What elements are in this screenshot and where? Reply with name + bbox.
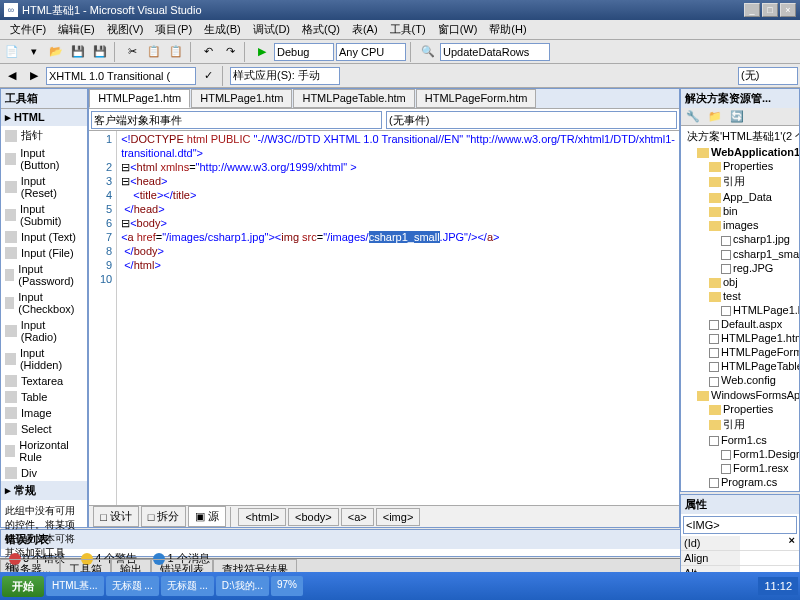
tree-node[interactable]: csharp1.jpg (683, 232, 797, 246)
object-combo[interactable]: 客户端对象和事件 (91, 111, 382, 129)
solution-tree[interactable]: 决方案'HTML基础1'(2 个项目) WebApplication1Prope… (681, 126, 799, 491)
tree-node[interactable]: Form1.cs (683, 433, 797, 447)
document-tab[interactable]: HTMLPage1.htm (191, 89, 292, 108)
tree-node[interactable]: Form1.Designer.cs (683, 447, 797, 461)
toolbox-item[interactable]: Image (1, 405, 87, 421)
menu-item[interactable]: 文件(F) (4, 20, 52, 39)
taskbar-task[interactable]: 97% (271, 576, 303, 596)
font-combo[interactable]: (无) (738, 67, 798, 85)
toolbox-group[interactable]: ▸ HTML (1, 109, 87, 126)
menu-item[interactable]: 格式(Q) (296, 20, 346, 39)
copy-icon[interactable]: 📋 (144, 42, 164, 62)
toolbox-item[interactable]: 指针 (1, 126, 87, 145)
minimize-button[interactable]: _ (744, 3, 760, 17)
taskbar-task[interactable]: 无标题 ... (161, 576, 214, 596)
menu-item[interactable]: 生成(B) (198, 20, 247, 39)
platform-combo[interactable]: Any CPU (336, 43, 406, 61)
source-tab[interactable]: ▣ 源 (188, 506, 226, 527)
redo-icon[interactable]: ↷ (220, 42, 240, 62)
close-pane-icon[interactable]: × (789, 534, 795, 546)
toolbox-item[interactable]: Textarea (1, 373, 87, 389)
properties-object-combo[interactable]: <IMG> (683, 516, 797, 534)
menu-item[interactable]: 调试(D) (247, 20, 296, 39)
system-tray[interactable]: 11:12 (758, 577, 798, 595)
toolbox-item[interactable]: Input (Checkbox) (1, 289, 87, 317)
tree-node[interactable]: WindowsFormsApplication1 (683, 388, 797, 402)
tree-node[interactable]: Form1.resx (683, 461, 797, 475)
document-tab[interactable]: HTMLPageTable.htm (293, 89, 414, 108)
taskbar-task[interactable]: D:\我的... (216, 576, 269, 596)
nav-fwd-icon[interactable]: ▶ (24, 66, 44, 86)
save-all-icon[interactable]: 💾 (90, 42, 110, 62)
find-icon[interactable]: 🔍 (418, 42, 438, 62)
split-tab[interactable]: □ 拆分 (141, 506, 187, 527)
tree-node[interactable]: Web.config (683, 373, 797, 387)
validate-icon[interactable]: ✓ (198, 66, 218, 86)
tree-node[interactable]: Properties (683, 159, 797, 173)
toolbox-group[interactable]: ▸ 常规 (1, 481, 87, 500)
save-icon[interactable]: 💾 (68, 42, 88, 62)
cut-icon[interactable]: ✂ (122, 42, 142, 62)
tree-node[interactable]: Default.aspx (683, 317, 797, 331)
menu-item[interactable]: 视图(V) (101, 20, 150, 39)
tree-node[interactable]: reg.JPG (683, 261, 797, 275)
tree-node[interactable]: obj (683, 275, 797, 289)
taskbar-task[interactable]: HTML基... (46, 576, 104, 596)
document-tab[interactable]: HTMLPageForm.htm (416, 89, 537, 108)
tree-node[interactable]: test (683, 289, 797, 303)
add-item-icon[interactable]: ▾ (24, 42, 44, 62)
tree-node[interactable]: App_Data (683, 190, 797, 204)
nav-back-icon[interactable]: ◀ (2, 66, 22, 86)
menu-item[interactable]: 表(A) (346, 20, 384, 39)
tree-node[interactable]: HTMLPage1.htm (683, 331, 797, 345)
start-debug-icon[interactable]: ▶ (252, 42, 272, 62)
menu-item[interactable]: 工具(T) (384, 20, 432, 39)
toolbox-item[interactable]: Input (Text) (1, 229, 87, 245)
property-row[interactable]: Align (681, 551, 799, 566)
menu-item[interactable]: 帮助(H) (483, 20, 532, 39)
toolbox-item[interactable]: Div (1, 465, 87, 481)
toolbox-item[interactable]: Input (Hidden) (1, 345, 87, 373)
undo-icon[interactable]: ↶ (198, 42, 218, 62)
paste-icon[interactable]: 📋 (166, 42, 186, 62)
open-icon[interactable]: 📂 (46, 42, 66, 62)
tree-node[interactable]: 引用 (683, 173, 797, 190)
breadcrumb-tag[interactable]: <img> (376, 508, 421, 526)
style-app-combo[interactable]: 样式应用(S): 手动 (230, 67, 340, 85)
breadcrumb-tag[interactable]: <body> (288, 508, 339, 526)
breadcrumb-tag[interactable]: <html> (238, 508, 286, 526)
menu-item[interactable]: 编辑(E) (52, 20, 101, 39)
show-all-icon[interactable]: 📁 (705, 107, 725, 127)
property-row[interactable]: (Id) (681, 536, 799, 551)
refresh-icon[interactable]: 🔄 (727, 107, 747, 127)
tree-node[interactable]: WebApplication1 (683, 145, 797, 159)
toolbox-item[interactable]: Input (Button) (1, 145, 87, 173)
toolbox-item[interactable]: Table (1, 389, 87, 405)
toolbox-item[interactable]: Input (Radio) (1, 317, 87, 345)
document-tab[interactable]: HTMLPage1.htm (89, 89, 190, 108)
toolbox-item[interactable]: Input (Submit) (1, 201, 87, 229)
code-text[interactable]: <!DOCTYPE html PUBLIC "-//W3C//DTD XHTML… (117, 131, 679, 505)
close-button[interactable]: × (780, 3, 796, 17)
event-combo[interactable]: (无事件) (386, 111, 677, 129)
tree-node[interactable]: HTMLPage1.htm (683, 303, 797, 317)
new-project-icon[interactable]: 📄 (2, 42, 22, 62)
toolbox-item[interactable]: Input (Password) (1, 261, 87, 289)
tree-node[interactable]: HTMLPageForm.htm (683, 345, 797, 359)
tree-node[interactable]: csharp1_small.JPG (683, 247, 797, 261)
toolbox-item[interactable]: Input (Reset) (1, 173, 87, 201)
tree-node[interactable]: bin (683, 204, 797, 218)
tree-node[interactable]: 引用 (683, 416, 797, 433)
tree-node[interactable]: Properties (683, 402, 797, 416)
design-tab[interactable]: □ 设计 (93, 506, 139, 527)
menu-item[interactable]: 项目(P) (149, 20, 198, 39)
tree-node[interactable]: images (683, 218, 797, 232)
code-editor[interactable]: 12345678910 <!DOCTYPE html PUBLIC "-//W3… (89, 131, 679, 505)
solution-root[interactable]: 决方案'HTML基础1'(2 个项目) (683, 128, 797, 145)
menu-item[interactable]: 窗口(W) (432, 20, 484, 39)
toolbox-item[interactable]: Input (File) (1, 245, 87, 261)
tree-node[interactable]: Program.cs (683, 475, 797, 489)
maximize-button[interactable]: □ (762, 3, 778, 17)
toolbox-item[interactable]: Select (1, 421, 87, 437)
doctype-combo[interactable]: XHTML 1.0 Transitional ( (46, 67, 196, 85)
